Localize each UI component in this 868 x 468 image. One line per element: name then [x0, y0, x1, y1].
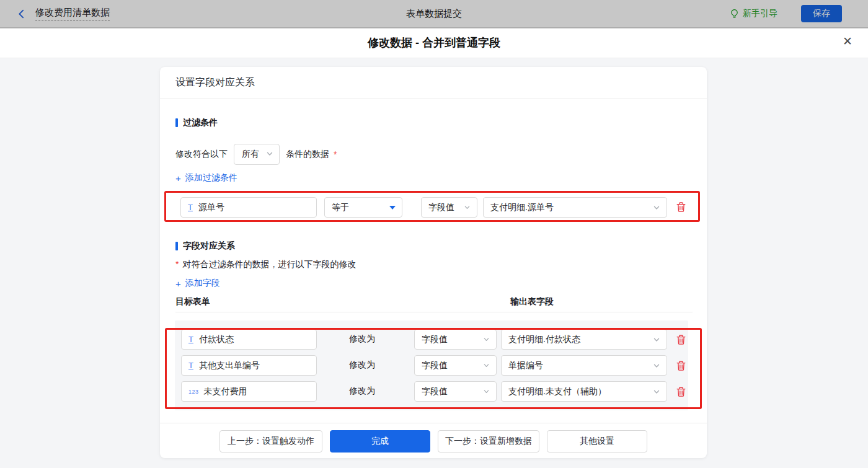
chevron-down-icon: [653, 336, 660, 343]
chevron-down-icon: [483, 336, 490, 343]
target-field-select[interactable]: 123 未支付费用: [181, 381, 317, 402]
dialog-header: 修改数据 - 合并到普通字段 ✕: [0, 28, 868, 58]
filter-field-value: 源单号: [198, 202, 224, 213]
output-field-value: 单据编号: [508, 360, 543, 371]
filter-value-type-select[interactable]: 字段值: [421, 197, 477, 218]
target-field-select[interactable]: T 其他支出单编号: [181, 355, 317, 376]
field-mapping-card: 设置字段对应关系 过滤条件 修改符合以下 所有 条件的数据 * + 添加过滤条件…: [160, 67, 707, 458]
modify-as-label: 修改为: [343, 360, 381, 371]
trash-icon: [676, 201, 686, 213]
mapping-description: 对符合过滤条件的数据，进行以下字段的修改: [182, 259, 356, 270]
chevron-down-icon: [653, 204, 660, 211]
value-type-select[interactable]: 字段值: [414, 355, 497, 376]
chevron-down-icon: [483, 388, 490, 395]
trash-icon: [676, 334, 686, 345]
save-button[interactable]: 保存: [801, 5, 842, 22]
caret-down-icon: [389, 206, 396, 210]
delete-filter-row-button[interactable]: [675, 201, 687, 213]
output-field-select[interactable]: 支付明细.付款状态: [501, 329, 667, 350]
lightbulb-icon: [730, 9, 739, 19]
match-suffix-label: 条件的数据: [286, 149, 329, 160]
output-field-select[interactable]: 支付明细.未支付（辅助）: [501, 381, 667, 402]
dialog-footer: 上一步：设置触发动作 完成 下一步：设置新增数据 其他设置: [160, 430, 707, 453]
divider: [160, 423, 707, 423]
flow-name[interactable]: 修改费用清单数据: [35, 7, 110, 21]
plus-icon: +: [175, 278, 181, 289]
chevron-down-icon: [266, 149, 273, 159]
add-field-link[interactable]: + 添加字段: [175, 278, 220, 289]
mapping-row: 123 未支付费用 修改为 字段值 支付明细.未支付（辅助）: [160, 381, 707, 402]
target-field-value: 其他支出单编号: [199, 360, 260, 371]
mapping-description-row: * 对符合过滤条件的数据，进行以下字段的修改: [175, 259, 356, 270]
text-field-type-icon: T: [188, 203, 193, 212]
text-field-type-icon: T: [188, 335, 193, 344]
mapping-section-title: 字段对应关系: [175, 241, 235, 252]
app-screen: 修改费用清单数据 表单数据提交 新手引导 保存 修改数据 - 合并到普通字段 ✕…: [0, 0, 868, 468]
close-icon[interactable]: ✕: [843, 35, 852, 47]
delete-mapping-row-button[interactable]: [675, 386, 687, 398]
other-settings-button[interactable]: 其他设置: [547, 430, 647, 453]
back-icon[interactable]: [16, 9, 27, 19]
mapping-section-label: 字段对应关系: [183, 241, 235, 252]
column-header-target-form: 目标表单: [175, 296, 210, 307]
column-header-output-field: 输出表字段: [510, 296, 554, 307]
beginner-guide-label: 新手引导: [743, 8, 777, 19]
output-field-select[interactable]: 单据编号: [501, 355, 667, 376]
filter-value: 支付明细.源单号: [490, 202, 554, 213]
value-type-select[interactable]: 字段值: [414, 329, 497, 350]
output-field-value: 支付明细.未支付（辅助）: [508, 386, 606, 397]
mapping-row: T 其他支出单编号 修改为 字段值 单据编号: [160, 355, 707, 376]
card-title: 设置字段对应关系: [175, 67, 255, 98]
filter-section-label: 过滤条件: [183, 117, 218, 128]
divider: [175, 312, 693, 312]
page-title: 表单数据提交: [406, 8, 462, 20]
next-step-button[interactable]: 下一步：设置新增数据: [438, 430, 539, 453]
match-mode-row: 修改符合以下 所有 条件的数据 *: [175, 144, 337, 165]
mapping-row: T 付款状态 修改为 字段值 支付明细.付款状态: [160, 329, 707, 350]
delete-mapping-row-button[interactable]: [675, 333, 687, 346]
beginner-guide-link[interactable]: 新手引导: [730, 8, 777, 19]
target-field-value: 付款状态: [199, 334, 234, 345]
delete-mapping-row-button[interactable]: [675, 360, 687, 372]
chevron-down-icon: [464, 204, 471, 211]
add-filter-condition-label: 添加过滤条件: [185, 172, 237, 183]
value-type-select[interactable]: 字段值: [414, 381, 497, 402]
done-button[interactable]: 完成: [330, 430, 430, 453]
filter-field-select[interactable]: T 源单号: [180, 197, 317, 218]
filter-value-select[interactable]: 支付明细.源单号: [483, 197, 667, 218]
target-field-select[interactable]: T 付款状态: [181, 329, 317, 350]
prev-step-button[interactable]: 上一步：设置触发动作: [219, 430, 322, 453]
divider: [160, 98, 707, 99]
section-accent-bar: [175, 242, 178, 250]
number-field-type-icon: 123: [188, 389, 199, 395]
text-field-type-icon: T: [188, 361, 193, 370]
value-type: 字段值: [422, 360, 448, 371]
match-prefix-label: 修改符合以下: [175, 149, 228, 160]
match-mode-select[interactable]: 所有: [234, 144, 280, 165]
chevron-down-icon: [653, 388, 660, 395]
filter-value-type: 字段值: [428, 202, 454, 213]
modify-as-label: 修改为: [343, 386, 381, 397]
filter-operator-select[interactable]: 等于: [324, 197, 402, 218]
chevron-down-icon: [483, 362, 490, 369]
value-type: 字段值: [422, 334, 448, 345]
modify-as-label: 修改为: [343, 333, 381, 345]
trash-icon: [676, 386, 686, 397]
top-bar: 修改费用清单数据 表单数据提交 新手引导 保存: [0, 0, 868, 28]
target-field-value: 未支付费用: [204, 386, 247, 397]
output-field-value: 支付明细.付款状态: [508, 334, 580, 345]
match-mode-value: 所有: [242, 149, 259, 160]
add-filter-condition-link[interactable]: + 添加过滤条件: [175, 172, 237, 183]
value-type: 字段值: [422, 386, 448, 397]
dialog-title: 修改数据 - 合并到普通字段: [368, 35, 500, 50]
add-field-label: 添加字段: [185, 278, 220, 289]
required-mark: *: [334, 149, 337, 159]
section-accent-bar: [175, 118, 178, 127]
filter-section-title: 过滤条件: [175, 117, 218, 128]
required-mark: *: [175, 259, 179, 269]
chevron-down-icon: [653, 362, 660, 369]
plus-icon: +: [175, 173, 181, 183]
filter-operator-value: 等于: [332, 202, 349, 213]
trash-icon: [676, 360, 686, 371]
